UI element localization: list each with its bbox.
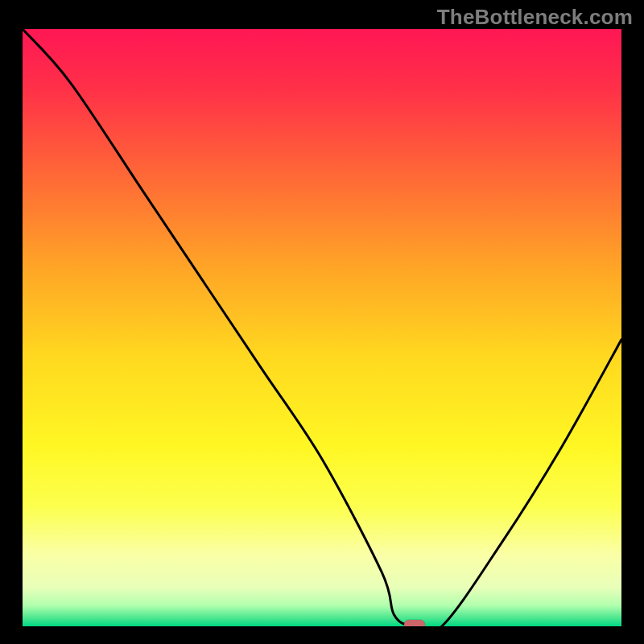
watermark-text: TheBottleneck.com xyxy=(437,5,633,30)
chart-canvas xyxy=(23,29,621,626)
plot-area xyxy=(23,29,621,626)
gradient-background xyxy=(23,29,621,626)
optimum-marker-pill xyxy=(404,620,425,626)
